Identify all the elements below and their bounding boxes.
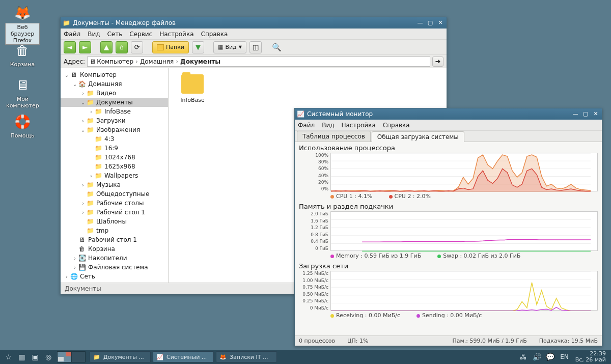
forward-button[interactable]: ► xyxy=(79,41,91,53)
tree-item[interactable]: ›🌐Сеть xyxy=(61,272,168,281)
tree-twisty[interactable]: › xyxy=(80,201,86,206)
tree-item[interactable]: ›💾Файловая система xyxy=(61,263,168,272)
tree-twisty[interactable]: › xyxy=(80,210,86,215)
tree-item[interactable]: ›📁Загрузки xyxy=(61,116,168,125)
tree-twisty[interactable]: › xyxy=(80,118,86,124)
desktop-icon-help[interactable]: 🛟Помощь xyxy=(5,113,40,139)
tree-twisty[interactable]: › xyxy=(72,265,78,270)
menu-Файл[interactable]: Файл xyxy=(298,122,315,129)
menu-Сеть[interactable]: Сеть xyxy=(107,31,122,38)
tree-item[interactable]: ›💽Накопители xyxy=(61,254,168,263)
network-icon: 🌐 xyxy=(70,273,78,280)
close-button[interactable]: ✕ xyxy=(592,110,600,118)
tab-0[interactable]: Таблица процессов xyxy=(297,131,371,142)
menu-Вид[interactable]: Вид xyxy=(88,31,100,38)
tree-item[interactable]: 📁4:3 xyxy=(61,134,168,144)
tree-item[interactable]: ⌄🏠Домашняя xyxy=(61,79,168,89)
tree-twisty[interactable]: ⌄ xyxy=(72,81,78,87)
app-launcher[interactable]: ◎ xyxy=(42,351,55,362)
reload-button[interactable]: ⟳ xyxy=(131,41,143,53)
tree-item[interactable]: 🗑Корзина xyxy=(61,244,168,254)
desktop-icon-computer[interactable]: 🖥Мойкомпьютер xyxy=(5,76,40,109)
tree-twisty[interactable]: › xyxy=(88,173,94,179)
notification-tray-icon[interactable]: 💬 xyxy=(543,351,557,362)
menu-button[interactable]: ☆ xyxy=(2,351,15,362)
tree-twisty[interactable]: ⌄ xyxy=(80,100,86,105)
tree-item[interactable]: ›📁InfoBase xyxy=(61,107,168,116)
close-button[interactable]: ✕ xyxy=(436,19,445,26)
minimize-button[interactable]: — xyxy=(416,19,424,26)
volume-tray-icon[interactable]: 🔊 xyxy=(530,351,543,362)
tree-item[interactable]: ⌄🖥Компьютер xyxy=(61,70,168,79)
menu-Вид[interactable]: Вид xyxy=(322,122,334,129)
folders-panel-button[interactable]: Папки xyxy=(152,41,189,53)
tree-item[interactable]: 📁Общедоступные xyxy=(61,189,168,199)
tree-twisty[interactable]: › xyxy=(80,182,86,188)
workspace-pager[interactable] xyxy=(57,351,86,362)
tree-label: Сеть xyxy=(80,273,95,280)
tree-item[interactable]: ›📁Рабочие столы xyxy=(61,199,168,208)
tree-twisty[interactable]: ⌄ xyxy=(64,72,70,78)
maximize-button[interactable]: ▢ xyxy=(581,110,590,118)
menu-Настройка[interactable]: Настройка xyxy=(341,122,375,129)
go-button[interactable]: ➜ xyxy=(432,57,443,67)
sm-title-icon: 📈 xyxy=(297,110,304,118)
filter-button[interactable]: ▼ xyxy=(192,41,204,53)
tree-item[interactable]: 📁tmp xyxy=(61,226,168,235)
tab-1[interactable]: Общая загрузка системы xyxy=(372,131,464,142)
help-icon: 🛟 xyxy=(14,113,31,130)
home-button[interactable]: ⌂ xyxy=(116,41,128,53)
show-desktop-button[interactable]: ▥ xyxy=(15,351,29,362)
folder-icon xyxy=(157,44,164,50)
breadcrumb-2[interactable]: Документы xyxy=(180,58,220,65)
tree-item[interactable]: 📁Шаблоны xyxy=(61,217,168,226)
tree-twisty[interactable]: › xyxy=(80,91,86,96)
address-field[interactable]: 🖥Компьютер›Домашняя›Документы xyxy=(87,57,430,67)
breadcrumb-1[interactable]: Домашняя xyxy=(140,58,174,65)
breadcrumb-0[interactable]: Компьютер xyxy=(97,58,133,65)
sm-titlebar[interactable]: 📈 Системный монитор — ▢ ✕ xyxy=(295,108,602,120)
tree-item[interactable]: 🖥Рабочий стол 1 xyxy=(61,235,168,244)
desktop-icon-firefox[interactable]: 🦊Веб браузерFirefox xyxy=(5,4,40,45)
folder-item[interactable]: InfoBase xyxy=(175,74,210,103)
task-ff[interactable]: 🦊Записки IT ... xyxy=(216,351,277,362)
status-processes: 0 процессов xyxy=(299,338,335,344)
tree-item[interactable]: 📁16:9 xyxy=(61,144,168,153)
keyboard-layout[interactable]: EN xyxy=(557,351,572,362)
tree-item[interactable]: 📁1625x968 xyxy=(61,162,168,171)
minimize-button[interactable]: — xyxy=(571,110,579,118)
tree-item[interactable]: ›📁Wallpapers xyxy=(61,171,168,180)
tree-item[interactable]: 📁1024x768 xyxy=(61,153,168,162)
menu-Сервис[interactable]: Сервис xyxy=(129,31,152,38)
clock[interactable]: 22:39 Вс, 26 май xyxy=(572,351,609,363)
mem-plot xyxy=(331,212,591,251)
menu-Файл[interactable]: Файл xyxy=(64,31,80,38)
up-button[interactable]: ▲ xyxy=(100,41,113,53)
tree-item[interactable]: ⌄📁Изображения xyxy=(61,125,168,134)
network-tray-icon[interactable]: 🖧 xyxy=(517,351,530,362)
tree-item[interactable]: ⌄📁Документы xyxy=(61,98,168,107)
menu-Справка[interactable]: Справка xyxy=(201,31,228,38)
tree-twisty[interactable]: › xyxy=(64,274,70,279)
menu-Настройка[interactable]: Настройка xyxy=(159,31,193,38)
task-sm[interactable]: 📈Системный ... xyxy=(153,351,214,362)
split-view-button[interactable]: ◫ xyxy=(249,41,262,53)
chart-title: Память и раздел подкачки xyxy=(299,203,598,210)
desktop-icon-trash[interactable]: 🗑Корзина xyxy=(5,42,40,68)
maximize-button[interactable]: ▢ xyxy=(426,19,434,26)
tree-item[interactable]: ›📁Музыка xyxy=(61,180,168,189)
back-button[interactable]: ◄ xyxy=(64,41,76,53)
tree-twisty[interactable]: › xyxy=(72,256,78,261)
tree-twisty[interactable]: ⌄ xyxy=(80,127,86,133)
fm-titlebar[interactable]: 📁 Документы - Менеджер файлов — ▢ ✕ xyxy=(61,17,447,29)
folder-icon: 📁 xyxy=(94,172,102,179)
menu-Справка[interactable]: Справка xyxy=(383,122,410,129)
search-button[interactable]: 🔍 xyxy=(271,41,283,53)
task-fm[interactable]: 📁Документы ... xyxy=(90,351,151,362)
view-mode-button[interactable]: ▦ Вид ▼ xyxy=(213,41,246,53)
folder-icon: 📁 xyxy=(94,163,102,170)
terminal-launcher[interactable]: ▣ xyxy=(29,351,42,362)
tree-item[interactable]: ›📁Видео xyxy=(61,89,168,98)
tree-item[interactable]: ›📁Рабочий стол 1 xyxy=(61,208,168,217)
tree-twisty[interactable]: › xyxy=(88,109,94,115)
